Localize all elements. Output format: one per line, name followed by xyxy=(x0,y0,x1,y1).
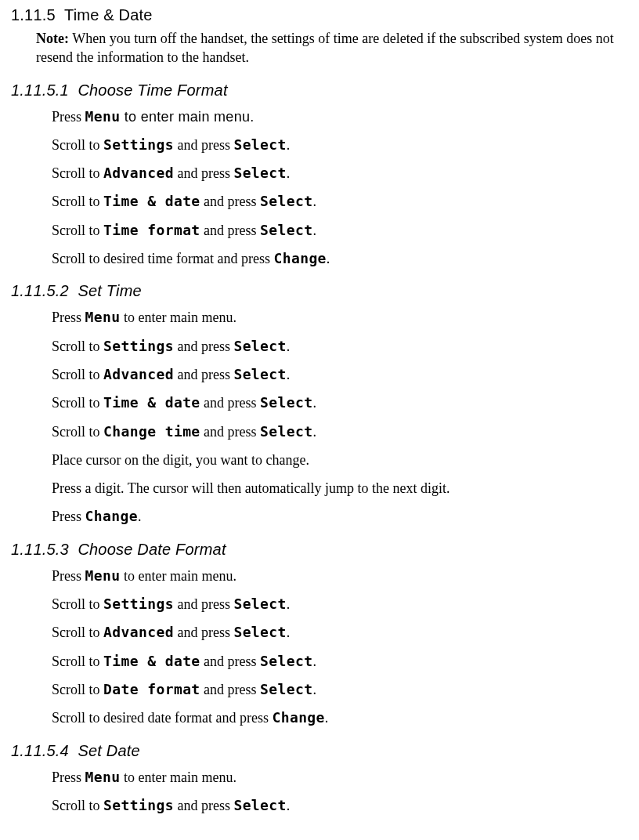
step-text: and press xyxy=(174,137,233,153)
step-item: Scroll to desired date format and press … xyxy=(52,708,628,727)
subsection-title: Set Time xyxy=(78,282,141,299)
step-text: Scroll to xyxy=(52,223,103,238)
step-text: . xyxy=(327,251,330,266)
step-text: Scroll to xyxy=(52,165,103,181)
subsection-number: 1.11.5.1 xyxy=(11,81,69,99)
step-item: Scroll to Date format and press Select. xyxy=(52,680,628,699)
menu-key: Select xyxy=(260,423,312,440)
step-text: and press xyxy=(174,367,233,382)
menu-key: Change xyxy=(273,250,326,266)
menu-key: Settings xyxy=(103,596,174,612)
step-text: to enter main menu. xyxy=(120,310,236,325)
step-text: Scroll to xyxy=(52,654,103,669)
step-text: and press xyxy=(174,625,233,640)
step-item: Scroll to Time & date and press Select. xyxy=(52,192,628,211)
menu-key: Time & date xyxy=(103,394,200,411)
menu-key: Select xyxy=(260,193,312,209)
step-item: Scroll to Settings and press Select. xyxy=(52,796,628,815)
step-item: Scroll to Time & date and press Select. xyxy=(52,393,628,412)
step-text: . xyxy=(313,395,317,411)
menu-key: Menu xyxy=(85,108,121,125)
step-text: and press xyxy=(174,798,233,813)
note-label: Note: xyxy=(36,31,69,46)
step-item: Scroll to Advanced and press Select. xyxy=(52,164,628,183)
step-text: Press xyxy=(52,109,85,125)
menu-key: Advanced xyxy=(103,366,174,382)
step-text: and press xyxy=(200,682,260,697)
menu-key: Select xyxy=(233,596,286,612)
step-item: Scroll to Settings and press Select. xyxy=(52,136,628,154)
step-text: Press xyxy=(52,310,85,325)
step-text: Scroll to xyxy=(52,596,103,612)
step-text: . xyxy=(313,682,317,697)
step-item: Press Change. xyxy=(52,507,628,526)
step-text: Scroll to xyxy=(52,424,103,440)
step-text: . xyxy=(287,625,291,640)
step-text: . xyxy=(287,339,291,354)
step-text: to enter main menu. xyxy=(120,769,236,785)
step-item: Scroll to Settings and press Select. xyxy=(52,337,628,356)
step-item: Press Menu to enter main menu. xyxy=(52,107,628,126)
menu-key: Select xyxy=(233,624,286,640)
step-list: Press Menu to enter main menu.Scroll to … xyxy=(52,768,628,816)
menu-key: Select xyxy=(260,681,312,697)
section-number: 1.11.5 xyxy=(11,6,56,24)
menu-key: Time & date xyxy=(103,193,200,209)
menu-key: Select xyxy=(233,136,286,153)
step-text: Scroll to xyxy=(52,137,103,153)
menu-key: Select xyxy=(233,338,286,354)
note-paragraph: Note: When you turn off the handset, the… xyxy=(36,29,628,67)
menu-key: Advanced xyxy=(103,624,174,640)
step-item: Scroll to Time format and press Select. xyxy=(52,221,628,240)
step-text: and press xyxy=(200,395,260,411)
step-list: Press Menu to enter main menu.Scroll to … xyxy=(52,567,628,728)
step-text: to enter main menu. xyxy=(120,568,236,584)
step-item: Scroll to desired time format and press … xyxy=(52,249,628,268)
step-text: Scroll to xyxy=(52,798,103,813)
step-text: Place cursor on the digit, you want to c… xyxy=(52,452,309,468)
step-text: and press xyxy=(200,194,260,209)
section-title: Time & Date xyxy=(64,6,153,24)
subsection-heading: 1.11.5.1 Choose Time Format xyxy=(11,81,628,100)
step-text: and press xyxy=(174,596,233,612)
menu-key: Time format xyxy=(103,222,200,238)
step-text: . xyxy=(313,194,317,209)
step-text: Scroll to desired date format and press xyxy=(52,710,272,726)
subsection-number: 1.11.5.3 xyxy=(11,541,69,558)
step-text: Press a digit. The cursor will then auto… xyxy=(52,480,450,496)
menu-key: Select xyxy=(233,366,286,382)
step-item: Scroll to Advanced and press Select. xyxy=(52,623,628,642)
step-item: Scroll to Advanced and press Select. xyxy=(52,365,628,384)
step-text: . xyxy=(313,424,317,440)
menu-key: Change xyxy=(85,508,138,524)
step-text: . xyxy=(313,654,317,669)
step-text: . xyxy=(287,367,291,382)
step-text: Scroll to xyxy=(52,194,103,209)
subsection-heading: 1.11.5.2 Set Time xyxy=(11,282,628,300)
menu-key: Select xyxy=(260,394,312,411)
step-text: and press xyxy=(200,223,260,238)
step-text: to enter main menu. xyxy=(120,109,254,125)
menu-key: Select xyxy=(260,653,312,669)
subsection-title: Choose Date Format xyxy=(78,541,226,558)
step-text: and press xyxy=(200,654,260,669)
step-text: Scroll to desired time format and press xyxy=(52,251,273,266)
step-item: Press Menu to enter main menu. xyxy=(52,308,628,327)
menu-key: Menu xyxy=(85,769,121,785)
subsection-heading: 1.11.5.3 Choose Date Format xyxy=(11,541,628,559)
step-text: Scroll to xyxy=(52,625,103,640)
menu-key: Settings xyxy=(103,797,174,813)
note-text: When you turn off the handset, the setti… xyxy=(36,31,614,65)
step-text: and press xyxy=(174,339,233,354)
subsection-heading: 1.11.5.4 Set Date xyxy=(11,742,628,760)
subsection-number: 1.11.5.4 xyxy=(11,742,69,759)
step-item: Scroll to Settings and press Select. xyxy=(52,595,628,614)
menu-key: Change xyxy=(272,709,324,726)
step-text: . xyxy=(313,223,317,238)
menu-key: Menu xyxy=(85,567,121,584)
menu-key: Change time xyxy=(103,423,200,440)
subsection-title: Choose Time Format xyxy=(78,81,227,99)
section-heading: 1.11.5 Time & Date xyxy=(11,6,628,24)
step-item: Scroll to Time & date and press Select. xyxy=(52,652,628,671)
step-item: Press Menu to enter main menu. xyxy=(52,768,628,787)
